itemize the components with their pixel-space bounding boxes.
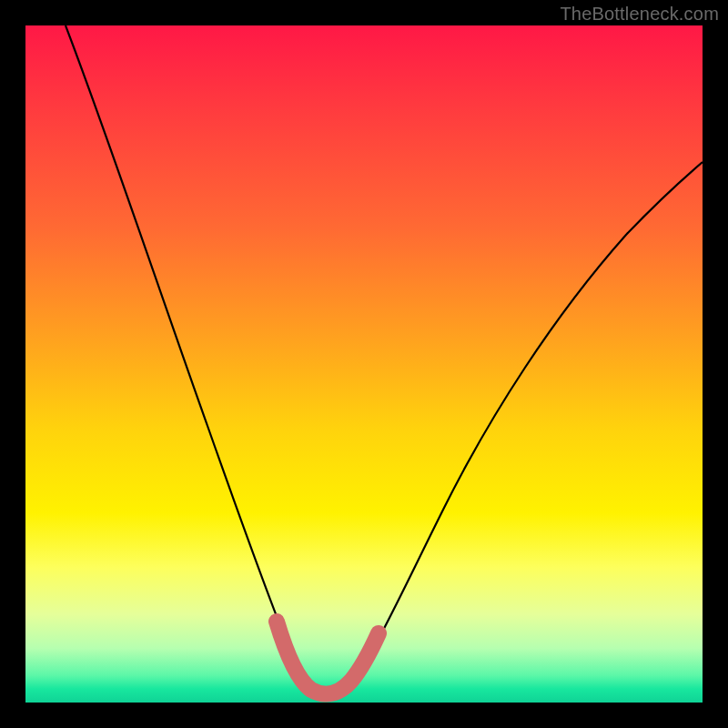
- plot-area: [25, 25, 703, 703]
- curve-layer: [25, 25, 703, 703]
- optimal-zone-marker: [277, 622, 379, 694]
- chart-frame: TheBottleneck.com: [0, 0, 728, 728]
- bottleneck-curve: [66, 25, 703, 693]
- watermark-text: TheBottleneck.com: [560, 4, 719, 25]
